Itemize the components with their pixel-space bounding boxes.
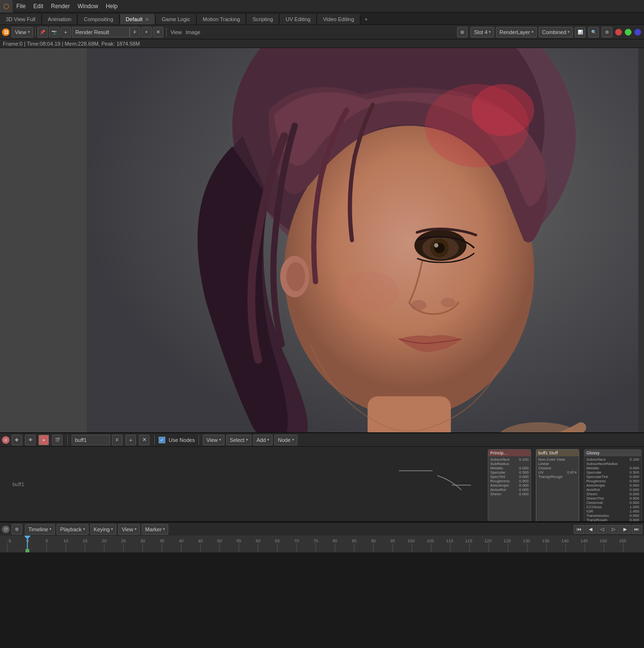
separator2: [154, 435, 155, 445]
timeline-type-icon[interactable]: ⏱: [2, 526, 10, 533]
tab-uv-editing[interactable]: UV Editing: [280, 14, 317, 24]
node-header: Princip...: [488, 450, 531, 456]
green-channel[interactable]: [625, 29, 632, 36]
tab-3d-view-full[interactable]: 3D View Full: [0, 14, 42, 24]
timeline-ruler[interactable]: -5 0 5 10 15 20 25 30 35 40 45: [0, 536, 644, 552]
tab-motion-tracking[interactable]: Motion Tracking: [197, 14, 247, 24]
svg-text:20: 20: [102, 538, 107, 543]
node-view-icon[interactable]: 👁: [25, 435, 36, 445]
settings-icon[interactable]: ⚙: [602, 27, 612, 37]
render-layer-selector[interactable]: RenderLayer ▾: [496, 27, 537, 37]
svg-text:155: 155: [619, 538, 626, 543]
svg-text:95: 95: [390, 538, 395, 543]
node-add-button[interactable]: +: [125, 435, 136, 445]
timeline-svg: -5 0 5 10 15 20 25 30 35 40 45: [0, 536, 644, 552]
menu-render[interactable]: Render: [47, 0, 74, 12]
render-result-input[interactable]: [72, 27, 130, 37]
right-scrollbar[interactable]: [638, 48, 644, 432]
timeline-name[interactable]: Timeline ▾: [25, 524, 55, 535]
tab-label: Game Logic: [161, 16, 190, 22]
plus-button[interactable]: +: [61, 27, 71, 37]
zoom-icon[interactable]: 🔍: [588, 27, 599, 37]
next-frame-button[interactable]: ▶: [620, 525, 631, 534]
principled-node[interactable]: Princip... Subsurface0.100 SubRadius Met…: [488, 449, 531, 521]
image-tab-label[interactable]: Image: [186, 29, 200, 35]
tab-compositing[interactable]: Compositing: [78, 14, 119, 24]
camera-icon[interactable]: 📷: [49, 27, 60, 37]
add-image-button[interactable]: +: [141, 27, 152, 37]
node-close-button[interactable]: ✕: [139, 435, 149, 445]
render-status-bar: Frame:0 | Time:08:04.19 | Mem:228.68M, P…: [0, 39, 644, 48]
separator3: [198, 435, 199, 445]
dropdown-icon: ▾: [135, 527, 136, 531]
left-panel: [0, 48, 87, 432]
play-button[interactable]: ▷: [608, 525, 619, 534]
node-scene-icon[interactable]: 🎬: [52, 435, 62, 445]
view-btn[interactable]: View ▾: [118, 524, 140, 535]
svg-text:100: 100: [408, 538, 415, 543]
tab-game-logic[interactable]: Game Logic: [156, 14, 196, 24]
node-header: buff1 Stuff: [536, 450, 579, 456]
separator2: [166, 27, 167, 37]
tab-default[interactable]: Default ✕: [120, 14, 156, 24]
svg-text:55: 55: [236, 538, 241, 543]
prev-frame-button[interactable]: ◀: [585, 525, 596, 534]
texture-node[interactable]: buff1 Stuff Non-Color Data Linear Closes…: [536, 449, 579, 521]
node-material-icon[interactable]: ●: [38, 435, 49, 445]
marker-btn[interactable]: Marker ▾: [142, 524, 168, 535]
blender-logo[interactable]: ⬡: [0, 0, 12, 12]
view-tab-label[interactable]: View: [171, 29, 182, 35]
tab-animation[interactable]: Animation: [42, 14, 78, 24]
close-image-button[interactable]: ✕: [153, 27, 163, 37]
menu-window[interactable]: Window: [74, 0, 102, 12]
node-canvas[interactable]: buff1 Princip... Subsurface0.100 SubRadi…: [0, 447, 644, 521]
svg-text:45: 45: [198, 538, 203, 543]
display-mode-icon[interactable]: ⊞: [457, 27, 468, 37]
node-f-button[interactable]: F: [112, 435, 123, 445]
svg-text:130: 130: [523, 538, 530, 543]
add-tab-button[interactable]: +: [361, 14, 372, 24]
node-name-input[interactable]: [72, 435, 110, 445]
menu-help[interactable]: Help: [102, 0, 122, 12]
tab-label: Compositing: [84, 16, 113, 22]
node-editor-type-icon[interactable]: ⊞: [2, 436, 10, 444]
pin-button[interactable]: 📌: [37, 27, 48, 37]
combined-selector[interactable]: Combined ▾: [539, 27, 573, 37]
timeline-area: ⏱ ⚙ Timeline ▾ Playback ▾ Keying ▾ View …: [0, 521, 644, 552]
red-channel[interactable]: [615, 29, 622, 36]
node-pan-icon[interactable]: ✥: [12, 435, 22, 445]
node-body: Non-Color Data Linear Closest UV0.674 Tr…: [536, 456, 579, 480]
playback-btn[interactable]: Playback ▾: [57, 524, 88, 535]
node-view-menu[interactable]: View ▾: [203, 435, 224, 445]
tab-video-editing[interactable]: Video Editing: [317, 14, 360, 24]
svg-rect-5: [368, 396, 451, 432]
timeline-controls-icon[interactable]: ⚙: [12, 524, 22, 535]
render-canvas[interactable]: [87, 48, 638, 432]
tab-scripting[interactable]: Scripting: [247, 14, 279, 24]
slot-selector[interactable]: Slot 4 ▾: [471, 27, 494, 37]
select-label: Select: [230, 437, 245, 443]
blue-channel[interactable]: [634, 29, 641, 36]
editor-type-icon[interactable]: 🖼: [2, 28, 10, 36]
node-node-menu[interactable]: Node ▾: [274, 435, 297, 445]
svg-text:125: 125: [504, 538, 511, 543]
view-menu-btn[interactable]: View ▾: [12, 27, 33, 37]
menu-file[interactable]: File: [12, 0, 29, 12]
jump-start-button[interactable]: ⏮: [574, 525, 584, 534]
tab-close-icon[interactable]: ✕: [145, 17, 149, 22]
node-add-menu[interactable]: Add ▾: [253, 435, 273, 445]
f-button[interactable]: F: [130, 27, 140, 37]
keying-btn[interactable]: Keying ▾: [90, 524, 117, 535]
main-area: [0, 48, 644, 432]
timeline-toolbar: ⏱ ⚙ Timeline ▾ Playback ▾ Keying ▾ View …: [0, 522, 644, 536]
svg-text:-5: -5: [7, 538, 11, 543]
svg-text:135: 135: [542, 538, 549, 543]
properties-panel[interactable]: Glossy Subsurface0.100 SubsurfaceRadius …: [584, 449, 642, 521]
jump-end-button[interactable]: ⏭: [632, 525, 642, 534]
tab-label: Animation: [48, 16, 72, 22]
histogram-icon[interactable]: 📊: [575, 27, 585, 37]
node-select-menu[interactable]: Select ▾: [226, 435, 251, 445]
use-nodes-checkbox[interactable]: ✓: [159, 437, 165, 443]
menu-edit[interactable]: Edit: [29, 0, 47, 12]
play-reverse-button[interactable]: ◁: [597, 525, 607, 534]
